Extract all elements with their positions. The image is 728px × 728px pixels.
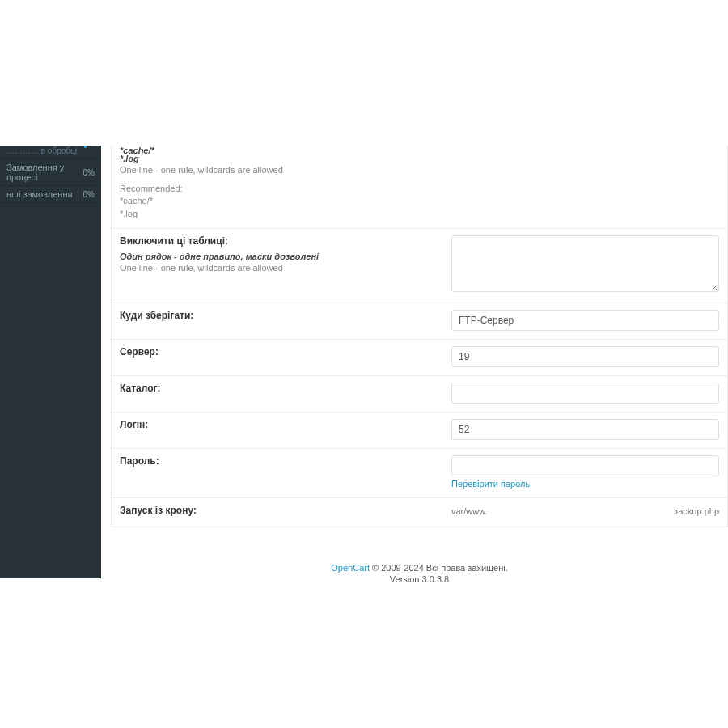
- password-input[interactable]: [451, 455, 719, 476]
- exclude-tables-sub: Один рядок - одне правило, маски дозволе…: [120, 252, 442, 261]
- exclude-files-rec2: *.log: [120, 208, 442, 220]
- footer-copy: © 2009-2024 Всі права захищені.: [370, 563, 508, 573]
- login-label: Логін:: [120, 419, 442, 430]
- footer-version: Version 3.0.3.8: [111, 574, 728, 584]
- check-password-link[interactable]: Перевірити пароль: [451, 479, 530, 489]
- row-cron: Запуск із крону: var/www. ɔackup.php: [112, 498, 727, 527]
- exclude-files-help: One line - one rule, wildcards are allow…: [120, 165, 442, 175]
- sidebar-item-label: нші замовлення: [6, 189, 72, 199]
- storage-label: Куди зберігати:: [120, 310, 442, 321]
- sidebar-item-badge: 0%: [83, 190, 95, 199]
- exclude-files-rec-title: Recommended:: [120, 183, 442, 195]
- password-label: Пароль:: [120, 455, 442, 467]
- sidebar-item-label: Замовлення у процесі: [6, 163, 83, 182]
- storage-select[interactable]: [451, 310, 719, 331]
- row-storage: Куди зберігати:: [112, 303, 727, 340]
- exclude-tables-help: One line - one rule, wildcards are allow…: [120, 263, 442, 273]
- row-exclude-files: *cache/* *.log One line - one rule, wild…: [112, 146, 727, 229]
- catalog-input[interactable]: [451, 383, 719, 404]
- server-input[interactable]: [451, 346, 719, 367]
- row-catalog: Каталог:: [112, 376, 727, 413]
- cron-path: var/www. ɔackup.php: [451, 505, 719, 518]
- sidebar-item-other-orders[interactable]: нші замовлення 0%: [0, 186, 101, 203]
- login-input[interactable]: [451, 419, 719, 440]
- exclude-files-rec1: *cache/*: [120, 195, 442, 207]
- exclude-files-example2: *.log: [120, 154, 442, 163]
- sidebar-item-orders-inprocess[interactable]: Замовлення у процесі 0%: [0, 159, 101, 186]
- exclude-tables-textarea[interactable]: [451, 235, 719, 292]
- row-login: Логін:: [112, 413, 727, 449]
- sidebar-item-badge: 0%: [83, 168, 95, 177]
- cron-path-right: ɔackup.php: [673, 506, 719, 517]
- footer: OpenCart © 2009-2024 Всі права захищені.…: [111, 563, 728, 584]
- sidebar: ………… в обробці Замовлення у процесі 0% н…: [0, 146, 101, 578]
- row-password: Пароль: Перевірити пароль: [112, 449, 727, 498]
- row-server: Сервер:: [112, 340, 727, 376]
- server-label: Сервер:: [120, 346, 442, 358]
- main-panel: *cache/* *.log One line - one rule, wild…: [111, 146, 728, 527]
- catalog-label: Каталог:: [120, 383, 442, 394]
- sidebar-active-marker: [84, 146, 87, 148]
- footer-brand-link[interactable]: OpenCart: [331, 563, 370, 573]
- exclude-tables-label: Виключити ці таблиці:: [120, 235, 442, 247]
- cron-label: Запуск із крону:: [120, 505, 442, 516]
- cron-path-left: var/www.: [451, 506, 488, 517]
- row-exclude-tables: Виключити ці таблиці: Один рядок - одне …: [112, 229, 727, 303]
